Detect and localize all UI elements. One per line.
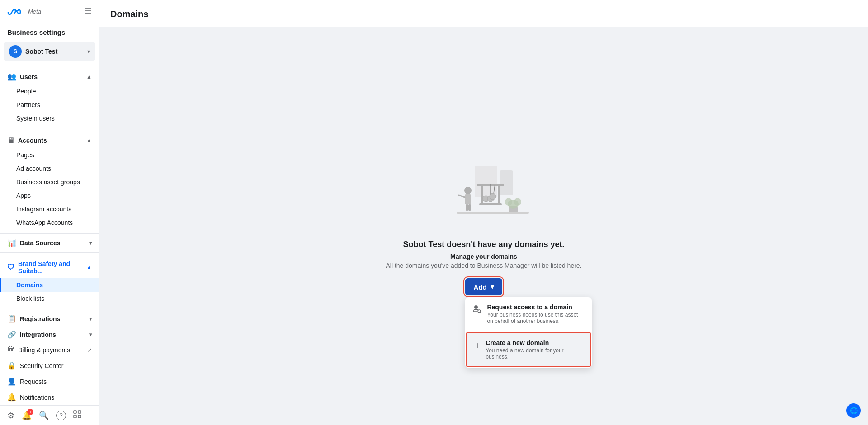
notifications-icon: 🔔 bbox=[7, 393, 16, 402]
account-avatar: S bbox=[9, 45, 22, 58]
sidebar-item-partners[interactable]: Partners bbox=[0, 98, 99, 112]
svg-rect-1 bbox=[78, 411, 81, 413]
notifications-item[interactable]: 🔔 Notifications bbox=[0, 389, 99, 405]
svg-rect-25 bbox=[457, 212, 529, 214]
security-item[interactable]: 🔒 Security Center bbox=[0, 358, 99, 374]
svg-rect-9 bbox=[479, 203, 502, 205]
svg-rect-2 bbox=[74, 415, 76, 418]
billing-external-icon: ↗ bbox=[87, 347, 92, 353]
main-content: Domains bbox=[99, 0, 868, 425]
svg-rect-8 bbox=[498, 186, 500, 204]
accounts-chevron: ▲ bbox=[86, 137, 92, 144]
sidebar-item-instagram-accounts[interactable]: Instagram accounts bbox=[0, 202, 99, 216]
billing-item[interactable]: 🏛 Billing & payments ↗ bbox=[0, 342, 99, 358]
brand-safety-header[interactable]: 🛡 Brand Safety and Suitab... ▲ bbox=[0, 257, 99, 278]
grid-footer-icon[interactable] bbox=[73, 410, 81, 420]
sidebar-item-people[interactable]: People bbox=[0, 84, 99, 98]
sidebar-item-system-users[interactable]: System users bbox=[0, 112, 99, 125]
sidebar-item-business-asset-groups[interactable]: Business asset groups bbox=[0, 175, 99, 189]
registrations-label: Registrations bbox=[20, 315, 60, 322]
requests-item[interactable]: 👤 Requests bbox=[0, 374, 99, 389]
account-selector[interactable]: S Sobot Test ▾ bbox=[4, 42, 95, 61]
request-access-title: Request access to a domain bbox=[487, 304, 585, 311]
users-chevron: ▲ bbox=[86, 74, 92, 80]
registrations-left: 📋 Registrations bbox=[7, 314, 60, 323]
add-button[interactable]: Add ▾ bbox=[465, 278, 502, 295]
meta-logo: Meta bbox=[7, 8, 41, 15]
help-footer-icon[interactable]: ? bbox=[56, 411, 66, 420]
integrations-chevron: ▾ bbox=[89, 332, 92, 338]
help-icon: ? bbox=[59, 412, 62, 419]
registrations-icon: 📋 bbox=[7, 314, 16, 323]
integrations-left: 🔗 Integrations bbox=[7, 330, 56, 339]
accounts-section: 🖥 Accounts ▲ Pages Ad accounts Business … bbox=[0, 131, 99, 231]
sidebar-item-domains[interactable]: Domains bbox=[0, 278, 99, 292]
add-button-chevron: ▾ bbox=[491, 283, 494, 291]
account-dropdown-arrow: ▾ bbox=[87, 48, 90, 55]
integrations-header[interactable]: 🔗 Integrations ▾ bbox=[0, 327, 99, 342]
empty-state: Sobot Test doesn't have any domains yet.… bbox=[99, 27, 868, 425]
sidebar-item-apps[interactable]: Apps bbox=[0, 189, 99, 202]
data-sources-icon: 📊 bbox=[7, 238, 16, 247]
dropdown-item-request-access[interactable]: Request access to a domain Your business… bbox=[465, 297, 592, 331]
data-sources-chevron: ▾ bbox=[89, 240, 92, 246]
business-asset-groups-label: Business asset groups bbox=[16, 178, 80, 186]
svg-rect-19 bbox=[466, 204, 468, 211]
add-button-container: Add ▾ Request access to a doma bbox=[465, 278, 502, 295]
people-label: People bbox=[16, 88, 36, 95]
svg-rect-0 bbox=[74, 411, 76, 413]
empty-state-description: All the domains you've added to Business… bbox=[386, 262, 581, 269]
notification-badge: 1 bbox=[27, 409, 33, 415]
business-settings-title: Business settings bbox=[0, 23, 99, 40]
request-access-desc: Your business needs to use this asset on… bbox=[487, 312, 585, 324]
request-access-content: Request access to a domain Your business… bbox=[487, 304, 585, 324]
whatsapp-accounts-label: WhatsApp Accounts bbox=[16, 219, 73, 226]
search-footer-icon[interactable]: 🔍 bbox=[39, 411, 49, 420]
empty-state-title: Sobot Test doesn't have any domains yet. bbox=[403, 240, 564, 249]
registrations-header[interactable]: 📋 Registrations ▾ bbox=[0, 311, 99, 327]
sidebar-item-block-lists[interactable]: Block lists bbox=[0, 292, 99, 305]
help-globe-icon[interactable]: 🌐 bbox=[846, 403, 861, 418]
empty-illustration bbox=[439, 157, 529, 229]
hamburger-icon[interactable]: ☰ bbox=[85, 6, 92, 16]
billing-icon: 🏛 bbox=[7, 346, 14, 354]
create-new-icon: + bbox=[474, 340, 480, 352]
globe-icon: 🌐 bbox=[850, 407, 858, 414]
sidebar: Meta ☰ Business settings S Sobot Test ▾ … bbox=[0, 0, 99, 425]
registrations-chevron: ▾ bbox=[89, 316, 92, 322]
account-name: Sobot Test bbox=[25, 48, 87, 55]
accounts-section-header[interactable]: 🖥 Accounts ▲ bbox=[0, 133, 99, 148]
notifications-footer-icon[interactable]: 🔔 1 bbox=[22, 411, 32, 420]
notifications-label: Notifications bbox=[20, 394, 54, 401]
security-icon: 🔒 bbox=[7, 361, 16, 370]
users-section-header[interactable]: 👥 Users ▲ bbox=[0, 69, 99, 84]
svg-rect-17 bbox=[465, 194, 471, 204]
domains-label: Domains bbox=[16, 281, 43, 289]
partners-label: Partners bbox=[16, 101, 40, 108]
grid-icon bbox=[73, 410, 81, 418]
svg-point-23 bbox=[505, 198, 512, 206]
security-label: Security Center bbox=[20, 362, 63, 369]
brand-safety-icon: 🛡 bbox=[7, 263, 14, 271]
apps-label: Apps bbox=[16, 192, 31, 199]
create-new-title: Create a new domain bbox=[486, 339, 583, 346]
sidebar-item-pages[interactable]: Pages bbox=[0, 148, 99, 162]
add-button-label: Add bbox=[473, 283, 486, 291]
dropdown-item-create-new[interactable]: + Create a new domain You need a new dom… bbox=[466, 332, 591, 367]
page-title: Domains bbox=[110, 9, 857, 19]
accounts-label: Accounts bbox=[18, 137, 47, 144]
sidebar-item-ad-accounts[interactable]: Ad accounts bbox=[0, 162, 99, 175]
svg-point-24 bbox=[514, 198, 521, 206]
data-sources-left: 📊 Data Sources bbox=[7, 238, 60, 247]
sidebar-item-whatsapp-accounts[interactable]: WhatsApp Accounts bbox=[0, 216, 99, 229]
accounts-icon: 🖥 bbox=[7, 136, 14, 145]
data-sources-header[interactable]: 📊 Data Sources ▾ bbox=[0, 235, 99, 251]
pages-label: Pages bbox=[16, 151, 34, 159]
page-header: Domains bbox=[99, 0, 868, 27]
svg-point-15 bbox=[490, 193, 496, 200]
settings-footer-icon[interactable]: ⚙ bbox=[7, 411, 14, 420]
svg-point-16 bbox=[464, 187, 472, 194]
integrations-icon: 🔗 bbox=[7, 330, 16, 339]
svg-rect-5 bbox=[500, 170, 513, 195]
brand-safety-section: 🛡 Brand Safety and Suitab... ▲ Domains B… bbox=[0, 255, 99, 307]
